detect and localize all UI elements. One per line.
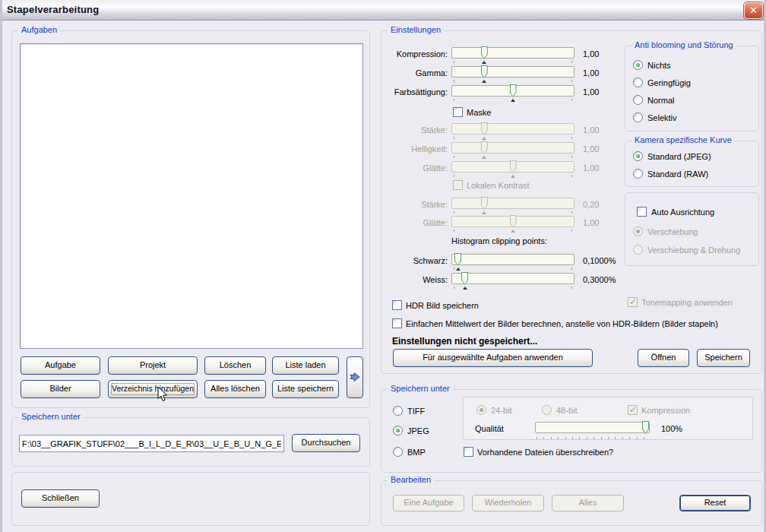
radio-24bit — [476, 405, 486, 415]
speichern-button[interactable]: Speichern — [697, 349, 750, 367]
weiss-value: 0,3000% — [583, 275, 616, 284]
durchsuchen-button[interactable]: Durchsuchen — [292, 434, 360, 452]
schwarz-slider[interactable] — [451, 254, 574, 265]
radio-tiff-label: TIFF — [407, 407, 425, 416]
aufgabe-button[interactable]: Aufgabe — [21, 356, 100, 375]
staerke2-label: Stärke: — [381, 200, 448, 209]
radio-jpeg[interactable] — [393, 426, 403, 435]
schwarz-label: Schwarz: — [381, 256, 448, 265]
alles-loeschen-button[interactable]: Alles löschen — [204, 380, 266, 398]
farbsaettigung-label: Farbsättigung: — [381, 87, 448, 97]
lokalen-kontrast-checkbox — [453, 180, 463, 190]
radio-verschiebung-drehung-label: Verschiebung & Drehung — [647, 245, 740, 255]
tonemapping-label: Tonemapping anwenden — [641, 298, 733, 307]
radio-standard-jpeg[interactable] — [633, 151, 643, 161]
apply-arrow-button[interactable] — [347, 356, 363, 398]
maske-label: Maske — [467, 108, 491, 117]
ueberschreiben-checkbox[interactable] — [464, 447, 473, 457]
mittelwert-label: Einfachen Mittelwert der Bilder berechne… — [406, 319, 718, 328]
bilder-button[interactable]: Bilder — [21, 380, 100, 398]
radio-bmp-label: BMP — [407, 448, 426, 457]
kompression-label: Kompression — [641, 406, 690, 415]
gamma-slider[interactable] — [451, 66, 574, 78]
helligkeit-label: Helligkeit: — [381, 144, 448, 154]
group-anti-blooming: Anti blooming und Störung Nichts Geringf… — [625, 46, 759, 131]
auto-ausrichtung-checkbox[interactable] — [637, 207, 647, 217]
oeffnen-button[interactable]: Öffnen — [638, 349, 689, 367]
group-aufgaben-title: Aufgaben — [18, 25, 60, 34]
slider-thumb[interactable] — [454, 253, 461, 266]
radio-normal-label: Normal — [647, 96, 674, 105]
glaette-label: Glätte: — [381, 163, 448, 173]
qualitaet-slider[interactable] — [535, 422, 650, 433]
format-options-panel: 24-bit 48-bit Kompression Qualität 100% — [463, 397, 753, 440]
group-speichern-rechts-title: Speichern unter — [388, 384, 453, 393]
farbsaettigung-slider[interactable] — [451, 85, 574, 97]
close-icon[interactable]: ✕ — [744, 2, 763, 19]
radio-48bit-label: 48-bit — [556, 406, 578, 415]
radio-standard-raw-label: Standard (RAW) — [647, 169, 708, 179]
group-bottom-left: Schließen — [11, 472, 370, 526]
radio-normal[interactable] — [633, 95, 643, 105]
ueberschreiben-label: Vorhandene Dateien überschreiben? — [477, 448, 613, 457]
verzeichnis-hinzufuegen-button[interactable]: Verzeichnis hinzufügen — [108, 380, 198, 398]
group-aufgaben: Aufgaben Aufgabe Projekt Löschen Liste l… — [11, 30, 370, 408]
group-auto-ausrichtung: Auto Ausrichtung Verschiebung Verschiebu… — [625, 192, 759, 266]
alles-button: Alles — [552, 495, 624, 511]
slider-thumb[interactable] — [481, 65, 488, 78]
glaette2-value: 1,00 — [583, 218, 599, 227]
radio-verschiebung-drehung — [633, 245, 643, 255]
slider-thumb[interactable] — [642, 421, 649, 434]
title-bar[interactable]: Stapelverarbeitung ✕ — [0, 0, 766, 21]
kompression-slider[interactable] — [451, 47, 574, 59]
reset-button[interactable]: Reset — [679, 495, 751, 511]
glaette2-slider — [451, 216, 574, 227]
radio-tiff[interactable] — [393, 406, 403, 416]
weiss-slider[interactable] — [451, 273, 574, 284]
loeschen-button[interactable]: Löschen — [204, 356, 266, 375]
slider-thumb[interactable] — [481, 46, 488, 59]
auto-ausrichtung-label: Auto Ausrichtung — [651, 207, 714, 217]
hdr-speichern-checkbox[interactable] — [392, 300, 402, 310]
glaette2-label: Glätte: — [381, 218, 448, 227]
staerke2-slider — [451, 198, 574, 209]
group-bearbeiten-title: Bearbeiten — [388, 475, 434, 484]
lokalen-kontrast-label: Lokalen Kontrast — [467, 181, 530, 190]
group-speichern-unter-links: Speichern unter Durchsuchen — [11, 417, 370, 467]
radio-selektiv[interactable] — [633, 112, 643, 122]
radio-48bit — [542, 405, 552, 415]
save-path-input[interactable] — [19, 435, 284, 452]
slider-thumb — [481, 197, 488, 210]
staerke2-value: 0,20 — [583, 200, 599, 209]
group-kamera-kurve-title: Kamera spezifische Kurve — [631, 135, 735, 144]
blue-arrow-right-icon — [349, 371, 361, 383]
helligkeit-slider — [451, 142, 574, 154]
schliessen-button[interactable]: Schließen — [21, 489, 100, 508]
slider-thumb[interactable] — [461, 272, 468, 285]
radio-selektiv-label: Selektiv — [647, 113, 677, 122]
group-speichern-unter-rechts: Speichern unter TIFF JPEG BMP 24-bit 48-… — [381, 389, 762, 473]
nicht-gespeichert-note: Einstellungen nicht gespeichert... — [392, 336, 537, 347]
maske-checkbox[interactable] — [453, 107, 463, 117]
liste-speichern-button[interactable]: Liste speichern — [272, 380, 339, 398]
radio-nichts[interactable] — [633, 60, 643, 70]
slider-thumb — [510, 215, 517, 228]
task-list[interactable] — [20, 43, 363, 349]
window-title: Stapelverarbeitung — [7, 4, 99, 15]
liste-laden-button[interactable]: Liste laden — [272, 356, 339, 375]
projekt-button[interactable]: Projekt — [108, 356, 198, 375]
radio-bmp[interactable] — [393, 447, 403, 457]
group-bearbeiten: Bearbeiten Eine Aufgabe Wiederholen Alle… — [381, 480, 762, 526]
slider-thumb[interactable] — [510, 84, 517, 97]
anwenden-button[interactable]: Für ausgewählte Aufgaben anwenden — [393, 349, 593, 367]
radio-standard-raw[interactable] — [633, 169, 643, 179]
mittelwert-checkbox[interactable] — [392, 318, 402, 328]
hdr-speichern-label: HDR Bild speichern — [406, 301, 479, 310]
qualitaet-label: Qualität — [475, 424, 504, 433]
glaette-slider — [451, 161, 574, 173]
staerke-slider — [451, 123, 574, 135]
radio-geringfuegig-label: Geringfügig — [647, 78, 691, 87]
radio-geringfuegig[interactable] — [633, 78, 643, 87]
slider-thumb — [510, 160, 517, 173]
staerke-value: 1,00 — [583, 125, 599, 135]
